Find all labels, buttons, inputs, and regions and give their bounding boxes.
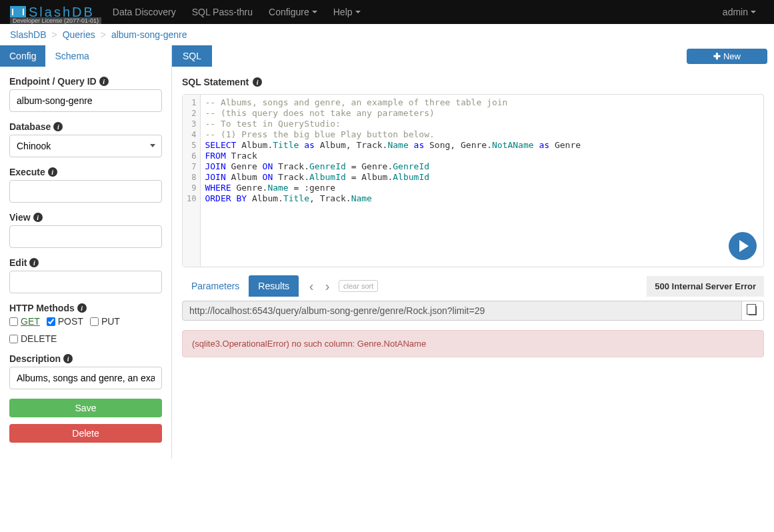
breadcrumb-current[interactable]: album-song-genre [111, 29, 187, 40]
new-button[interactable]: ✚New [687, 49, 767, 64]
info-icon[interactable]: i [29, 258, 39, 267]
info-icon[interactable]: i [48, 167, 57, 177]
execute-input[interactable] [9, 180, 162, 203]
execute-label: Executei [9, 167, 162, 177]
view-input[interactable] [9, 225, 162, 248]
error-message: (sqlite3.OperationalError) no such colum… [182, 330, 764, 357]
method-get[interactable]: GET [9, 316, 40, 327]
url-input[interactable] [182, 301, 742, 321]
caret-icon [312, 11, 317, 13]
clear-sort-button[interactable]: clear sort [339, 280, 378, 292]
tab-results[interactable]: Results [249, 275, 299, 297]
logo[interactable]: SlashDB Developer License (2077-01-01) [10, 5, 95, 20]
nav-configure[interactable]: Configure [261, 7, 325, 17]
breadcrumb: SlashDB > Queries > album-song-genre [0, 24, 774, 45]
info-icon[interactable]: i [77, 303, 87, 313]
logo-icon [10, 6, 26, 18]
caret-icon [355, 11, 361, 13]
navbar: SlashDB Developer License (2077-01-01) D… [0, 0, 774, 24]
database-select[interactable]: Chinook [9, 135, 162, 157]
caret-icon [751, 11, 756, 13]
nav-sql-passthru[interactable]: SQL Pass-thru [184, 7, 261, 17]
http-methods-label: HTTP Methodsi [9, 303, 162, 313]
info-icon[interactable]: i [253, 77, 262, 87]
endpoint-label: Endpoint / Query IDi [9, 76, 162, 87]
play-button[interactable] [729, 232, 757, 260]
view-label: Viewi [9, 212, 162, 223]
status-badge: 500 Internal Server Error [647, 276, 764, 297]
code-area[interactable]: -- Albums, songs and genre, an example o… [201, 95, 763, 267]
tab-config[interactable]: Config [0, 45, 45, 67]
nav-help[interactable]: Help [325, 7, 369, 17]
method-put[interactable]: PUT [90, 316, 120, 327]
description-input[interactable] [9, 367, 162, 389]
edit-label: Editi [9, 257, 162, 268]
breadcrumb-queries[interactable]: Queries [63, 29, 95, 40]
result-tabs: Parameters Results ‹ › clear sort 500 In… [182, 275, 764, 297]
plus-icon: ✚ [713, 51, 721, 61]
tab-schema[interactable]: Schema [45, 45, 98, 67]
info-icon[interactable]: i [99, 77, 109, 86]
sql-editor[interactable]: 12345678910 -- Albums, songs and genre, … [182, 94, 764, 267]
sql-statement-label: SQL Statementi [182, 77, 764, 87]
gutter: 12345678910 [183, 95, 201, 267]
database-label: Databasei [9, 121, 162, 132]
content-panel: SQL ✚New SQL Statementi 12345678910 -- A… [172, 45, 774, 459]
info-icon[interactable]: i [53, 122, 63, 131]
nav-data-discovery[interactable]: Data Discovery [105, 7, 184, 17]
breadcrumb-sep: > [51, 29, 57, 40]
next-icon[interactable]: › [320, 279, 335, 293]
copy-icon [749, 306, 757, 315]
prev-icon[interactable]: ‹ [304, 279, 319, 293]
sidebar-tabs: Config Schema [0, 45, 171, 67]
description-label: Descriptioni [9, 353, 162, 364]
breadcrumb-root[interactable]: SlashDB [10, 29, 46, 40]
nav-user[interactable]: admin [715, 7, 764, 17]
breadcrumb-sep: > [101, 29, 106, 40]
sidebar: Config Schema Endpoint / Query IDi Datab… [0, 45, 172, 459]
info-icon[interactable]: i [63, 354, 73, 363]
info-icon[interactable]: i [33, 213, 43, 222]
license-badge: Developer License (2077-01-01) [10, 17, 101, 24]
endpoint-input[interactable] [9, 89, 162, 112]
delete-button[interactable]: Delete [9, 424, 162, 443]
method-post[interactable]: POST [47, 316, 83, 327]
tab-parameters[interactable]: Parameters [182, 275, 249, 297]
save-button[interactable]: Save [9, 399, 162, 417]
edit-input[interactable] [9, 271, 162, 293]
tab-sql[interactable]: SQL [172, 45, 212, 67]
method-delete[interactable]: DELETE [9, 333, 57, 344]
copy-button[interactable] [742, 301, 764, 321]
